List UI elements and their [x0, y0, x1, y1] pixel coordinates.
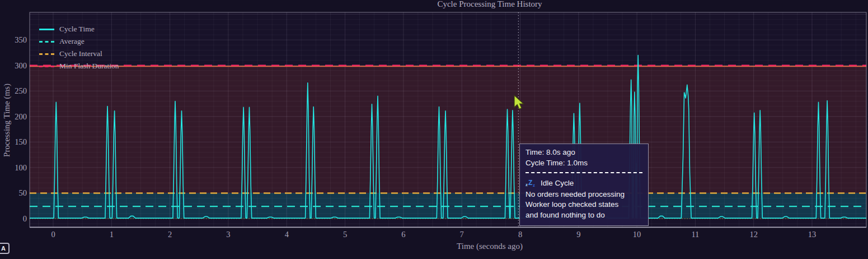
legend-item-cycle-interval[interactable]: Cycle Interval — [39, 48, 119, 60]
y-tick-label: 100 — [15, 163, 27, 172]
y-tick-label: 250 — [15, 86, 27, 95]
tooltip-cycle-time: Cycle Time: 1.0ms — [526, 158, 642, 169]
x-tick-label: 12 — [749, 230, 758, 239]
x-tick-label: 5 — [343, 230, 347, 239]
sleep-zzz-icon: zZz — [526, 179, 536, 188]
hover-tooltip: Time: 8.0s ago Cycle Time: 1.0ms zZz Idl… — [519, 144, 649, 226]
tooltip-description-line: Worker loop checked states — [526, 200, 642, 210]
x-tick-label: 1 — [110, 230, 114, 239]
y-tick-label: 150 — [15, 137, 27, 146]
hotkey-a-badge: A — [0, 243, 10, 254]
legend-label: Average — [59, 37, 85, 46]
legend-swatch-solid-line-icon — [39, 29, 54, 30]
y-axis-label: Processing Time (ms) — [2, 76, 12, 165]
y-tick-label: 300 — [15, 61, 27, 70]
x-tick-label: 9 — [576, 230, 580, 239]
legend-item-average[interactable]: Average — [39, 35, 119, 48]
legend-label: Min Flash Duration — [59, 62, 119, 71]
tooltip-event-title: Idle Cycle — [541, 178, 574, 189]
legend-item-min-flash-duration[interactable]: Min Flash Duration — [39, 60, 119, 72]
x-tick-label: 7 — [460, 230, 464, 239]
tooltip-description: No orders needed processingWorker loop c… — [526, 189, 642, 221]
x-tick-label: 6 — [401, 230, 405, 239]
y-tick-label: 350 — [15, 35, 27, 44]
cycle-time-chart[interactable]: 012345678910111213050100150200250300350 — [0, 0, 868, 259]
y-tick-label: 0 — [23, 214, 27, 223]
chart-title: Cycle Processing Time History — [437, 0, 542, 9]
legend-swatch-dashed-line-icon — [39, 66, 54, 67]
x-tick-label: 13 — [808, 230, 817, 239]
tooltip-description-line: and found nothing to do — [526, 210, 642, 221]
x-tick-label: 3 — [226, 230, 230, 239]
tooltip-time: Time: 8.0s ago — [526, 147, 642, 158]
tooltip-description-line: No orders needed processing — [526, 189, 642, 200]
x-tick-label: 2 — [168, 230, 172, 239]
y-tick-label: 50 — [19, 188, 27, 197]
chart-legend: Cycle Time Average Cycle Interval Min Fl… — [39, 23, 119, 72]
x-tick-label: 8 — [518, 230, 522, 239]
legend-swatch-dashed-line-icon — [39, 53, 54, 55]
x-tick-label: 10 — [633, 230, 641, 239]
x-tick-label: 4 — [285, 230, 289, 239]
x-axis-label: Time (seconds ago) — [457, 242, 523, 251]
tooltip-separator — [526, 172, 642, 173]
legend-label: Cycle Time — [59, 25, 95, 34]
profiler-window: 012345678910111213050100150200250300350 … — [0, 0, 868, 259]
x-tick-label: 11 — [691, 230, 699, 239]
legend-item-cycle-time[interactable]: Cycle Time — [39, 23, 119, 35]
x-tick-label: 0 — [51, 230, 55, 239]
legend-label: Cycle Interval — [59, 49, 102, 58]
legend-swatch-dashed-line-icon — [39, 41, 54, 43]
y-tick-label: 200 — [15, 112, 27, 121]
